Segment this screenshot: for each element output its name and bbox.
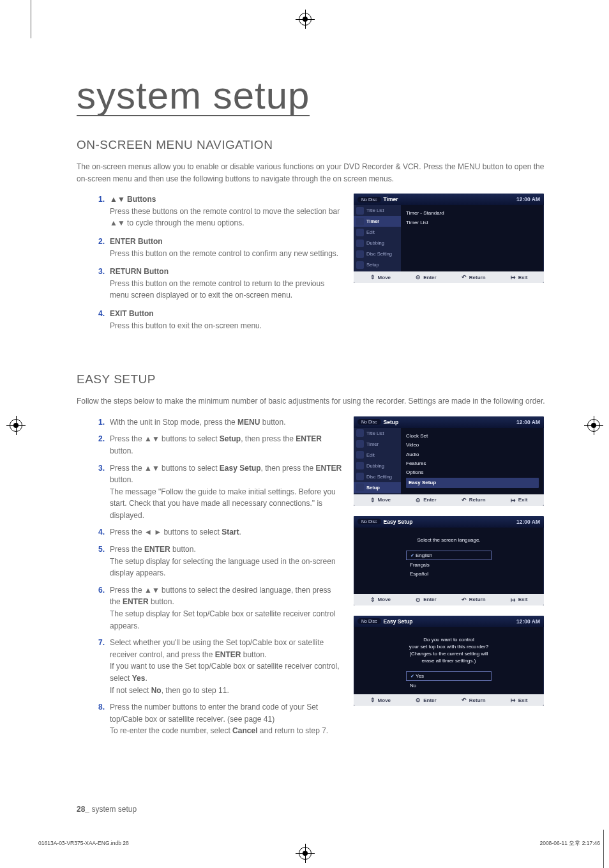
section2-twocol: With the unit in Stop mode, press the ME… bbox=[77, 416, 545, 742]
nav-button-item: EXIT ButtonPress this button to exit the… bbox=[98, 308, 343, 331]
osd-side-label: Setup bbox=[366, 485, 380, 491]
manual-page: system setup ON-SCREEN MENU NAVIGATION T… bbox=[0, 0, 609, 868]
osd-footer: ⇕Move ⊙Enter ↶Return ↦Exit bbox=[354, 271, 544, 283]
osd-footer: ⇕Move ⊙Enter ↶Return ↦Exit bbox=[354, 694, 544, 706]
page-footer: 28_ system setup bbox=[77, 805, 137, 814]
section2-figcol: No Disc Setup 12:00 AM Title ListTimerEd… bbox=[354, 416, 545, 717]
osd-option: English bbox=[406, 551, 492, 560]
osd-line: Video bbox=[406, 441, 539, 450]
updown-icon: ⇕ bbox=[370, 597, 375, 603]
return-icon: ↶ bbox=[462, 697, 467, 703]
section1-intro: The on-screen menus allow you to enable … bbox=[77, 161, 545, 185]
print-filename: 01613A-03-VR375-XAA-ENG.indb 28 bbox=[38, 840, 129, 848]
print-meta-line: 01613A-03-VR375-XAA-ENG.indb 28 2008-06-… bbox=[38, 840, 600, 848]
osd-option: Français bbox=[406, 561, 490, 569]
return-icon: ↶ bbox=[462, 497, 467, 503]
osd-side-label: Edit bbox=[366, 452, 375, 458]
osd-crumb: Setup bbox=[384, 419, 399, 425]
menu-icon bbox=[356, 229, 364, 236]
item-body: Press this button on the remote control … bbox=[110, 248, 343, 260]
updown-icon: ⇕ bbox=[370, 497, 375, 503]
osd-side-item: Title List bbox=[354, 205, 401, 216]
page-footer-text: system setup bbox=[91, 805, 137, 814]
osd-body: Select the screen language. EnglishFranç… bbox=[354, 528, 544, 594]
footer-exit: ↦Exit bbox=[511, 697, 528, 703]
footer-exit: ↦Exit bbox=[511, 597, 528, 603]
item-lead: ENTER Button bbox=[110, 237, 163, 246]
osd-side-item: Edit bbox=[354, 227, 401, 238]
section2-intro: Follow the steps below to make the minim… bbox=[77, 395, 545, 407]
section1-figcol: No Disc Timer 12:00 AM Title ListTimerEd… bbox=[354, 194, 545, 293]
osd-side-item: Title List bbox=[354, 428, 401, 439]
osd-side-label: Dubbing bbox=[366, 463, 384, 469]
check-icon bbox=[410, 552, 416, 558]
step-item: Press the ENTER button.The setup display… bbox=[98, 544, 343, 579]
menu-icon bbox=[356, 240, 364, 247]
footer-return: ↶Return bbox=[462, 274, 486, 280]
osd-option: Español bbox=[406, 570, 490, 578]
osd-side-label: Edit bbox=[366, 229, 375, 235]
osd-crumb: Timer bbox=[384, 196, 398, 202]
osd-body: Title ListTimerEditDubbingDisc SettingSe… bbox=[354, 428, 544, 494]
osd-side-item: Dubbing bbox=[354, 461, 401, 471]
nodisc-pill: No Disc bbox=[357, 419, 381, 425]
osd-body: Title ListTimerEditDubbingDisc SettingSe… bbox=[354, 205, 544, 271]
osd-titlebar: No Disc Easy Setup 12:00 AM bbox=[354, 516, 544, 528]
osd-titlebar: No Disc Easy Setup 12:00 AM bbox=[354, 616, 544, 627]
check-icon bbox=[410, 673, 416, 679]
exit-icon: ↦ bbox=[511, 497, 516, 503]
footer-exit: ↦Exit bbox=[511, 274, 528, 280]
item-lead: RETURN Button bbox=[110, 267, 169, 276]
osd-side-item: Setup bbox=[354, 482, 401, 493]
return-icon: ↶ bbox=[462, 274, 467, 280]
step-item: Press the number buttons to enter the br… bbox=[98, 701, 343, 737]
crop-mark bbox=[31, 0, 31, 38]
osd-line: Timer List bbox=[406, 218, 539, 227]
step-item: Select whether you'll be using the Set t… bbox=[98, 637, 343, 696]
osd-options: EnglishFrançaisEspañol bbox=[406, 550, 492, 579]
registration-mark bbox=[587, 419, 600, 432]
osd-side-item: Setup bbox=[354, 259, 401, 270]
registration-mark bbox=[10, 419, 22, 432]
osd-side-item: Edit bbox=[354, 450, 401, 461]
easy-setup-steps: With the unit in Stop mode, press the ME… bbox=[98, 416, 343, 737]
section1-textcol: ▲▼ ButtonsPress these buttons on the rem… bbox=[77, 194, 343, 338]
menu-icon bbox=[356, 473, 364, 480]
osd-prompt: Select the screen language. bbox=[417, 537, 480, 544]
osd-footer: ⇕Move ⊙Enter ↶Return ↦Exit bbox=[354, 494, 544, 506]
footer-enter: ⊙Enter bbox=[416, 597, 436, 603]
osd-side-label: Title List bbox=[366, 430, 384, 436]
osd-side-item: Timer bbox=[354, 216, 401, 227]
section-heading-2: EASY SETUP bbox=[77, 372, 545, 386]
footer-move: ⇕Move bbox=[370, 597, 391, 603]
nav-button-list: ▲▼ ButtonsPress these buttons on the rem… bbox=[98, 194, 343, 331]
osd-side-label: Disc Setting bbox=[366, 251, 392, 257]
osd-options: YesNo bbox=[406, 671, 492, 690]
registration-mark bbox=[299, 847, 312, 860]
section2-textcol: With the unit in Stop mode, press the ME… bbox=[77, 416, 343, 742]
nav-button-item: ▲▼ ButtonsPress these buttons on the rem… bbox=[98, 194, 343, 229]
osd-setup-screenshot: No Disc Setup 12:00 AM Title ListTimerEd… bbox=[354, 416, 544, 506]
osd-side-item: Timer bbox=[354, 439, 401, 450]
osd-crumb: Easy Setup bbox=[384, 519, 413, 525]
item-body: Press this button on the remote control … bbox=[110, 278, 343, 301]
footer-move: ⇕Move bbox=[370, 274, 391, 280]
footer-return: ↶Return bbox=[462, 497, 486, 503]
osd-clock: 12:00 AM bbox=[516, 519, 540, 525]
osd-clock: 12:00 AM bbox=[516, 618, 540, 625]
osd-side-label: Timer bbox=[366, 441, 379, 447]
exit-icon: ↦ bbox=[511, 597, 516, 603]
osd-line: Timer - Standard bbox=[406, 209, 539, 218]
osd-stb-screenshot: No Disc Easy Setup 12:00 AM Do you want … bbox=[354, 616, 544, 706]
section1-twocol: ▲▼ ButtonsPress these buttons on the rem… bbox=[77, 194, 545, 338]
print-timestamp: 2008-06-11 오후 2:17:46 bbox=[539, 840, 600, 848]
osd-line: Options bbox=[406, 468, 539, 477]
osd-line: Features bbox=[406, 459, 539, 468]
osd-body: Do you want to controlyour set top box w… bbox=[354, 627, 544, 695]
menu-icon bbox=[356, 440, 364, 448]
osd-side-label: Dubbing bbox=[366, 240, 384, 246]
osd-content: Clock SetVideoAudioFeaturesOptionsEasy S… bbox=[401, 428, 544, 494]
osd-content: Do you want to controlyour set top box w… bbox=[354, 627, 544, 695]
footer-enter: ⊙Enter bbox=[416, 497, 436, 503]
crop-mark bbox=[603, 830, 604, 868]
